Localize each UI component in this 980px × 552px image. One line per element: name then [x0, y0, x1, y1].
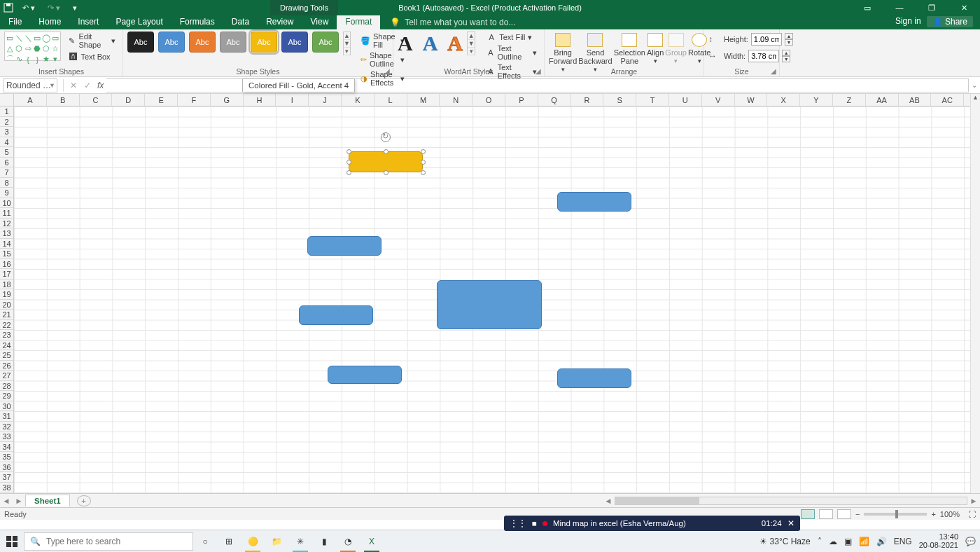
file-explorer-app[interactable]: 📁	[265, 530, 288, 552]
shape-style-swatch[interactable]: Abc	[127, 32, 154, 53]
share-button[interactable]: 👤 Share	[927, 16, 973, 27]
row-header[interactable]: 2	[0, 117, 13, 127]
resize-handle[interactable]	[421, 160, 426, 165]
column-header[interactable]: L	[374, 94, 407, 106]
row-headers[interactable]: 1234567891011121314151617181920212223242…	[0, 106, 14, 493]
row-header[interactable]: 33	[0, 432, 13, 442]
minimize-button[interactable]: —	[883, 0, 916, 15]
undo-button[interactable]: ↶ ▾	[18, 0, 39, 15]
tab-page-layout[interactable]: Page Layout	[107, 15, 171, 29]
column-header[interactable]: Y	[800, 94, 833, 106]
column-header[interactable]: G	[211, 94, 244, 106]
tab-review[interactable]: Review	[258, 15, 302, 29]
rounded-rectangle-shape[interactable]	[349, 151, 423, 172]
battery-icon[interactable]: ▣	[844, 537, 852, 546]
row-header[interactable]: 31	[0, 411, 13, 422]
wordart-preset[interactable]: A	[447, 32, 463, 55]
action-center-icon[interactable]: 💬	[965, 537, 976, 546]
display-options-icon[interactable]: ▭	[851, 0, 883, 15]
column-header[interactable]: B	[47, 94, 80, 106]
column-header[interactable]: I	[276, 94, 309, 106]
shape-style-swatch[interactable]: Abc	[281, 32, 308, 53]
view-normal-button[interactable]	[801, 509, 815, 519]
width-input[interactable]	[748, 50, 779, 62]
shape-style-gallery[interactable]: AbcAbcAbcAbcAbcAbcAbc	[127, 32, 339, 53]
text-box-button[interactable]: 🅰Text Box	[65, 51, 118, 62]
column-header[interactable]: M	[407, 94, 440, 106]
add-sheet-button[interactable]: +	[77, 495, 91, 506]
language-indicator[interactable]: ENG	[894, 537, 912, 546]
resize-handle[interactable]	[384, 149, 388, 154]
row-header[interactable]: 9	[0, 188, 13, 198]
rounded-rectangle-shape[interactable]	[328, 366, 402, 384]
tab-insert[interactable]: Insert	[69, 15, 107, 29]
row-header[interactable]: 27	[0, 371, 13, 381]
style-scroll[interactable]: ▲▼▾	[343, 32, 351, 55]
height-spinner[interactable]: ▲▼	[785, 33, 793, 46]
row-header[interactable]: 38	[0, 483, 13, 493]
row-header[interactable]: 30	[0, 401, 13, 412]
row-header[interactable]: 14	[0, 239, 13, 249]
view-page-break-button[interactable]	[837, 509, 851, 519]
restore-button[interactable]: ❐	[916, 0, 948, 15]
resize-handle[interactable]	[346, 160, 351, 165]
resize-handle[interactable]	[346, 149, 351, 154]
row-header[interactable]: 7	[0, 167, 13, 178]
column-header[interactable]: X	[767, 94, 800, 106]
row-header[interactable]: 26	[0, 361, 13, 371]
onedrive-icon[interactable]: ☁	[829, 537, 837, 546]
tab-formulas[interactable]: Formulas	[172, 15, 223, 29]
column-header[interactable]: W	[735, 94, 768, 106]
row-header[interactable]: 12	[0, 219, 13, 229]
column-header[interactable]: O	[472, 94, 505, 106]
recording-close-icon[interactable]: ✕	[788, 518, 794, 528]
shape-style-swatch[interactable]: Abc	[251, 32, 277, 53]
column-header[interactable]: K	[342, 94, 374, 106]
fx-icon[interactable]: fx	[94, 81, 106, 90]
row-header[interactable]: 36	[0, 462, 13, 473]
column-header[interactable]: P	[505, 94, 538, 106]
column-header[interactable]: AB	[899, 94, 932, 106]
row-header[interactable]: 29	[0, 391, 13, 401]
column-header[interactable]: C	[80, 94, 113, 106]
task-view-icon[interactable]: ⊞	[217, 530, 241, 552]
row-header[interactable]: 19	[0, 289, 13, 300]
resize-handle[interactable]	[421, 170, 426, 175]
column-header[interactable]: N	[440, 94, 472, 106]
row-header[interactable]: 23	[0, 330, 13, 340]
row-header[interactable]: 18	[0, 280, 13, 290]
row-header[interactable]: 5	[0, 147, 13, 158]
close-button[interactable]: ✕	[948, 0, 980, 15]
column-header[interactable]: F	[178, 94, 211, 106]
taskbar-search[interactable]: 🔍Type here to search	[24, 532, 193, 551]
rounded-rectangle-shape[interactable]	[557, 368, 631, 388]
horizontal-scrollbar[interactable]: ◄►	[602, 496, 980, 506]
app-timer[interactable]: ◔	[336, 530, 360, 552]
name-box[interactable]: Rounded …▼	[3, 78, 57, 92]
column-header[interactable]: Q	[538, 94, 571, 106]
enter-icon[interactable]: ✓	[80, 81, 94, 90]
row-header[interactable]: 35	[0, 452, 13, 462]
text-outline-button[interactable]: AText Outline ▾	[484, 43, 540, 62]
zoom-out-button[interactable]: −	[855, 510, 860, 518]
rounded-rectangle-shape[interactable]	[437, 280, 542, 329]
vertical-scrollbar[interactable]: ▲	[970, 94, 980, 493]
expand-formula-bar[interactable]: ⌄	[969, 81, 980, 89]
width-spinner[interactable]: ▲▼	[782, 50, 790, 62]
cancel-icon[interactable]: ✕	[66, 81, 80, 90]
column-header[interactable]: V	[702, 94, 735, 106]
column-header[interactable]: Z	[833, 94, 866, 106]
view-page-layout-button[interactable]	[819, 509, 833, 519]
shape-style-swatch[interactable]: Abc	[220, 32, 246, 53]
drag-handle-icon[interactable]: ⋮⋮	[510, 518, 526, 528]
tray-chevron-icon[interactable]: ˄	[818, 537, 822, 546]
rounded-rectangle-shape[interactable]	[557, 192, 631, 212]
row-header[interactable]: 17	[0, 269, 13, 280]
wordart-preset[interactable]: A	[398, 32, 413, 55]
row-header[interactable]: 13	[0, 228, 13, 239]
dialog-launcher[interactable]: ◢	[383, 67, 391, 75]
dialog-launcher[interactable]: ◢	[769, 67, 778, 75]
selection-pane-button[interactable]: Selection Pane	[614, 32, 645, 65]
wordart-preset[interactable]: A	[423, 32, 438, 55]
wordart-gallery[interactable]: A A A	[398, 32, 463, 55]
